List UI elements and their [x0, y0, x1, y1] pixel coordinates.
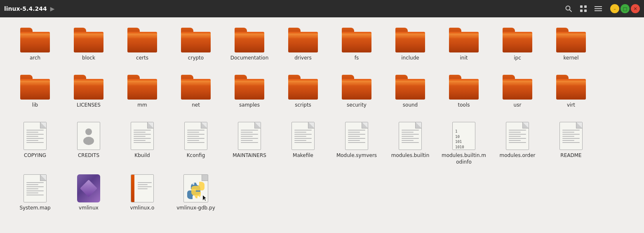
maximize-icon: □	[623, 6, 627, 12]
folder-item[interactable]: Documentation	[223, 24, 276, 69]
svg-point-9	[85, 128, 92, 135]
svg-point-11	[193, 183, 195, 185]
folder-item[interactable]: init	[437, 24, 491, 69]
folder-icon	[288, 75, 318, 100]
folder-item[interactable]: usr	[491, 71, 544, 116]
file-browser: arch block certs crypto Documentation dr…	[0, 17, 644, 223]
file-item[interactable]: CREDITS	[62, 118, 115, 169]
file-label: COPYING	[24, 152, 46, 159]
folder-icon	[556, 28, 586, 52]
svg-line-1	[570, 10, 572, 12]
folder-label: include	[401, 55, 419, 62]
svg-point-12	[197, 196, 200, 198]
file-item[interactable]: vmlinux	[62, 170, 115, 216]
grid-view-icon	[580, 5, 587, 12]
file-label: Makefile	[293, 152, 313, 159]
close-button[interactable]: ✕	[631, 4, 640, 13]
file-label: vmlinux.o	[130, 205, 155, 212]
folder-label: lib	[32, 102, 38, 109]
folder-icon	[395, 28, 425, 52]
folder-item[interactable]: crypto	[169, 24, 223, 69]
folder-item[interactable]: arch	[8, 24, 62, 69]
folder-icon	[127, 75, 157, 100]
document-icon	[345, 122, 368, 150]
folder-icon	[449, 75, 479, 100]
folder-label: kernel	[564, 55, 579, 62]
folder-item[interactable]: certs	[115, 24, 169, 69]
folder-icon	[181, 28, 211, 52]
python-file-icon	[183, 174, 208, 202]
folder-icon	[20, 75, 50, 100]
folder-item[interactable]: drivers	[276, 24, 330, 69]
folder-item[interactable]: kernel	[544, 24, 598, 69]
folder-label: Documentation	[230, 55, 269, 62]
view-toggle-button[interactable]	[578, 3, 589, 14]
folder-label: virt	[567, 102, 575, 109]
folder-item[interactable]: lib	[8, 71, 62, 116]
folder-item[interactable]: tools	[437, 71, 491, 116]
folder-icon	[235, 75, 264, 100]
menu-button[interactable]	[592, 3, 604, 14]
folder-item[interactable]: net	[169, 71, 223, 116]
file-item[interactable]: Kconfig	[169, 118, 223, 169]
file-item[interactable]: modules.order	[491, 118, 544, 169]
file-item[interactable]: Module.symvers	[330, 118, 383, 169]
folder-icon	[395, 75, 425, 100]
folder-item[interactable]: LICENSES	[62, 71, 115, 116]
folder-item[interactable]: ipc	[491, 24, 544, 69]
file-item[interactable]: vmlinux-gdb.py	[169, 170, 223, 216]
svg-rect-3	[580, 10, 583, 12]
svg-marker-13	[203, 195, 206, 201]
folder-label: crypto	[188, 55, 204, 62]
folder-item[interactable]: fs	[330, 24, 383, 69]
file-item[interactable]: MAINTAINERS	[223, 118, 276, 169]
file-item[interactable]: System.map	[8, 170, 62, 216]
document-icon	[506, 122, 529, 150]
file-label: MAINTAINERS	[233, 152, 266, 159]
file-item[interactable]: Makefile	[276, 118, 330, 169]
document-icon	[399, 122, 422, 150]
minimize-button[interactable]: –	[610, 4, 619, 13]
file-label: Kconfig	[187, 152, 205, 159]
folder-label: mm	[137, 102, 147, 109]
folder-item[interactable]: mm	[115, 71, 169, 116]
folder-icon	[342, 75, 371, 100]
folder-item[interactable]: sound	[383, 71, 437, 116]
folder-label: fs	[355, 55, 359, 62]
file-item[interactable]: vmlinux.o	[115, 170, 169, 216]
folder-icon	[235, 28, 264, 52]
folder-icon	[503, 28, 532, 52]
folder-label: block	[82, 55, 95, 62]
file-item[interactable]: COPYING	[8, 118, 62, 169]
file-item[interactable]: modules.builtin	[383, 118, 437, 169]
folder-item[interactable]: samples	[223, 71, 276, 116]
folder-label: net	[192, 102, 200, 109]
search-button[interactable]	[563, 3, 574, 14]
folder-label: drivers	[294, 55, 312, 62]
folder-item[interactable]: include	[383, 24, 437, 69]
document-icon	[184, 122, 207, 150]
file-label: modules.builtin	[391, 152, 430, 159]
folder-item[interactable]: block	[62, 24, 115, 69]
file-item[interactable]: 1 10 101 1010 modules.builtin.modinfo	[437, 118, 491, 169]
document-icon	[131, 122, 154, 150]
search-icon	[565, 5, 572, 12]
file-label: Kbuild	[134, 152, 150, 159]
folder-label: sound	[403, 102, 418, 109]
minimize-icon: –	[613, 6, 616, 12]
folder-label: init	[460, 55, 468, 62]
document-icon	[24, 174, 47, 202]
folder-label: security	[347, 102, 367, 109]
svg-point-10	[83, 137, 94, 145]
window-title: linux-5.4.244	[4, 5, 47, 12]
file-item[interactable]: README	[544, 118, 598, 169]
maximize-button[interactable]: □	[620, 4, 630, 13]
folder-icon	[20, 28, 50, 52]
folder-item[interactable]: scripts	[276, 71, 330, 116]
folder-label: ipc	[514, 55, 521, 62]
file-item[interactable]: Kbuild	[115, 118, 169, 169]
folder-label: LICENSES	[77, 102, 101, 109]
folder-item[interactable]: security	[330, 71, 383, 116]
file-label: System.map	[19, 205, 50, 212]
folder-item[interactable]: virt	[544, 71, 598, 116]
